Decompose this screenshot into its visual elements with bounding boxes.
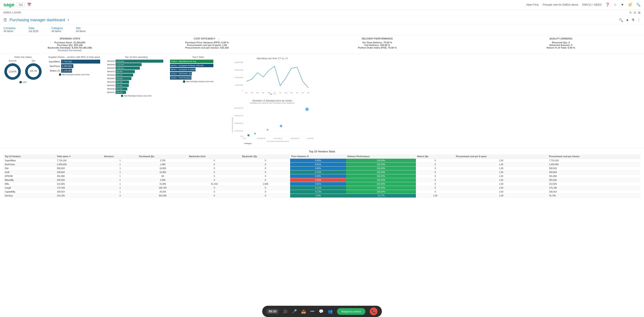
stats-panels: SPENDING STATS Purchase Amnt: 12,264,064…	[0, 35, 644, 54]
cost-invoice-cell: 175,195	[548, 186, 640, 190]
cost-per-invoice-line: Procurement cost per invoice: 533,166	[140, 46, 273, 49]
svg-text:20,000,000: 20,000,000	[234, 61, 243, 63]
toolbar-star-icon[interactable]: ★	[626, 18, 629, 22]
total-spent-cell: 7,724,100	[56, 159, 102, 162]
qty-cell: 10,000	[138, 166, 188, 170]
page-header: EMDA LOGIN ↻ ⊡ ⊞	[0, 10, 644, 16]
filter-site[interactable]: Site All items	[76, 26, 86, 33]
qty-cell: 31,000	[138, 182, 188, 186]
th-total-spent[interactable]: Total spent ▼	[56, 154, 102, 159]
page-header-actions: ↻ ⊡ ⊞	[629, 11, 640, 14]
supplier-pareto-title: Supplier Pareto - vendors with 80% of to…	[46, 56, 102, 58]
compass-icon[interactable]: 🧭	[628, 2, 632, 7]
delivery-performance-panel: DELIVERY PERFORMANCE On-Time Delivery: 7…	[278, 37, 477, 52]
invoices-cell: 1	[102, 170, 138, 174]
refresh-icon[interactable]: ↻	[629, 11, 632, 14]
svg-text:May: May	[267, 92, 270, 94]
toolbar-filter-icon[interactable]: ⚗	[632, 18, 634, 22]
toolbar-more-icon[interactable]: ⋮	[637, 18, 640, 22]
vendor-name-cell: NeoPneus	[4, 162, 56, 166]
rq-cell: 0	[416, 162, 455, 166]
cost-invoice-cell: 214,925	[548, 182, 640, 186]
bo-armt-cell: 0	[188, 159, 241, 162]
hamburger-menu[interactable]: ☰	[4, 18, 7, 22]
top10-bar-value: 505,530	[116, 88, 122, 90]
th-backorder-qty[interactable]: Backorder Qty	[241, 154, 290, 159]
rq-cell: 0	[416, 186, 455, 190]
vendors-table-head: Top 10 Vendors Total spent ▼ #Invoices P…	[4, 154, 640, 159]
cost-invoice-cell: 350,810	[548, 166, 640, 170]
top10-spending-bars: BMS028 2,043,093 BMS049 1,111,573 BMS020…	[106, 60, 166, 94]
filter-company[interactable]: Company All items	[4, 26, 16, 33]
maximize-icon[interactable]: ⊞	[638, 11, 640, 14]
cost-invoice-cell: 160,914	[548, 190, 640, 194]
filter-category[interactable]: Category All items	[52, 26, 63, 33]
top10-bar-name: BMS020	[106, 67, 116, 69]
star-icon[interactable]: ☆	[614, 2, 617, 7]
th-invoices[interactable]: #Invoices	[102, 154, 138, 159]
top10-bar-value: 570,301	[116, 84, 122, 86]
site-bar-fill: AO011 - InfoCenter, 301,860	[170, 72, 192, 76]
dashboard-dropdown[interactable]: ▾	[68, 18, 69, 22]
quality-title: QUALITY (ORDERS)	[481, 37, 640, 40]
top10-bar-name: BMS041	[106, 91, 116, 94]
invoices-cell: 1	[102, 174, 138, 178]
calendar-icon[interactable]: 📅	[27, 2, 32, 7]
top10-bar-fill: 826,995	[116, 70, 135, 73]
top10-bar-name: BMS035	[106, 74, 116, 76]
th-cost-invoice[interactable]: Procurement cost per invoice	[548, 154, 640, 159]
svg-text:15,000,000: 15,000,000	[234, 69, 243, 71]
svg-text:2018: 2018	[273, 94, 277, 94]
th-return-qty[interactable]: Return Qty	[416, 154, 455, 159]
role-label: Presale role for EMDA demo	[543, 3, 578, 6]
filters-bar: Company All items Date Jul 2018 Category…	[0, 24, 644, 35]
cost-efficiency-more-icon[interactable]: ⋮	[217, 38, 220, 41]
site-bar-label: AO011 - InfoCenter, 301,860	[171, 73, 196, 75]
pv-cell: 0.00%	[290, 166, 346, 170]
minimize-icon[interactable]: ⊡	[634, 11, 636, 14]
th-delivery-performance[interactable]: Delivery Performance	[346, 154, 416, 159]
th-backorder-armt[interactable]: Backorder Armt	[188, 154, 241, 159]
filter-company-label[interactable]: Company	[4, 26, 16, 30]
top10-bar-value: 580,396	[116, 81, 122, 83]
top10-bar-row: BMS039 570,301	[106, 84, 166, 87]
app-name[interactable]: X3	[17, 2, 24, 7]
page-title: EMDA LOGIN	[4, 11, 21, 14]
cost-spent-cell: 1.00	[454, 190, 548, 194]
th-vendor[interactable]: Top 10 Vendors	[4, 154, 56, 159]
svg-text:8,000,000.00: 8,000,000.00	[307, 138, 314, 139]
svg-rect-28	[270, 94, 272, 94]
pv-cell: 0.01%	[290, 162, 346, 166]
th-purchased-qty[interactable]: Purchased Qty	[138, 154, 188, 159]
dp-cell: 72.17%	[346, 194, 416, 198]
pv-cell: -0.0%	[290, 194, 346, 198]
pareto-bar-name: Bottom 20	[46, 70, 61, 72]
pareto-bar-value: 2,139,364	[62, 70, 72, 72]
qty-cell: 29,200	[138, 190, 188, 194]
toolbar-search-icon[interactable]: 🔍	[619, 18, 623, 22]
svg-text:Nov: Nov	[302, 92, 304, 94]
invoices-cell: 1	[102, 166, 138, 170]
th-cost-spent[interactable]: Procurement cost per $ spent	[454, 154, 548, 159]
svg-text:6,000,000.00: 6,000,000.00	[234, 115, 243, 116]
cost-invoice-cell: 339,664	[548, 170, 640, 174]
donut-amount: Amount 12,647K	[4, 60, 21, 80]
search-icon[interactable]: 🔍	[636, 2, 640, 7]
on-time-line: On-Time Delivery: 75.00 %	[278, 41, 477, 44]
th-price-variance[interactable]: Price Variance %	[290, 154, 346, 159]
bo-qty-cell: 0	[241, 159, 290, 162]
svg-text:Jan: Jan	[245, 92, 248, 94]
total-spent-cell: 255,655	[56, 178, 102, 182]
filter-site-label[interactable]: Site	[76, 26, 86, 30]
site-bar-fill: NA011 - Computer Products, 595,318	[170, 64, 213, 67]
site-bar-fill: NA021 - Food Products, 293,231	[170, 76, 192, 80]
full-delivery-line: Full Delivery: 100.00 %	[278, 44, 477, 46]
vendor-name-cell: Dell	[4, 166, 56, 170]
cost-spent-cell: 1.00	[454, 182, 548, 186]
filter-date-label[interactable]: Date	[28, 26, 38, 30]
nav-expand-icon[interactable]: ▼	[620, 3, 624, 7]
filter-date[interactable]: Date Jul 2018	[28, 26, 38, 33]
help-icon[interactable]: ❓	[606, 2, 610, 7]
top10-bar-row: BMS041 446,411	[106, 91, 166, 94]
filter-category-label[interactable]: Category	[52, 26, 63, 30]
